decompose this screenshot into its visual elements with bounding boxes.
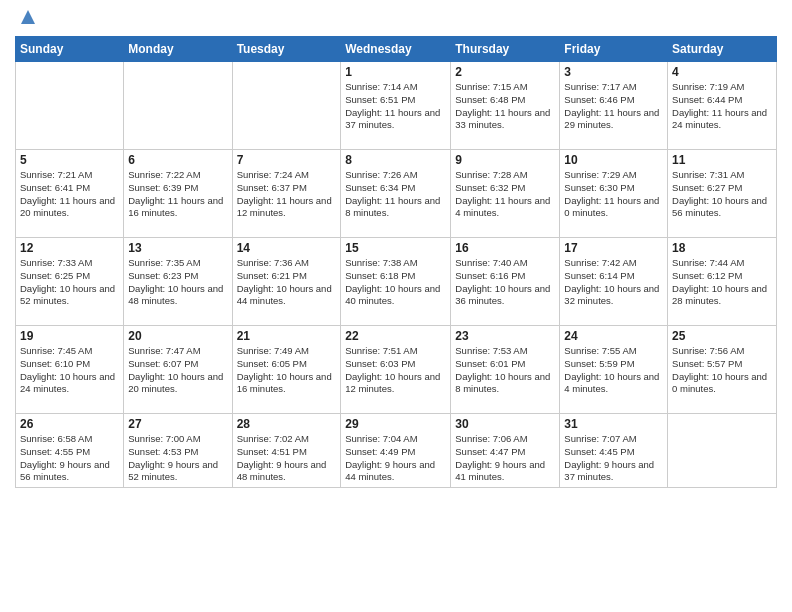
day-number: 8 <box>345 153 446 167</box>
day-info: Sunrise: 7:38 AM Sunset: 6:18 PM Dayligh… <box>345 257 446 308</box>
day-info: Sunrise: 7:19 AM Sunset: 6:44 PM Dayligh… <box>672 81 772 132</box>
week-row-2: 5Sunrise: 7:21 AM Sunset: 6:41 PM Daylig… <box>16 150 777 238</box>
day-info: Sunrise: 7:00 AM Sunset: 4:53 PM Dayligh… <box>128 433 227 484</box>
week-row-4: 19Sunrise: 7:45 AM Sunset: 6:10 PM Dayli… <box>16 326 777 414</box>
day-number: 4 <box>672 65 772 79</box>
day-number: 27 <box>128 417 227 431</box>
calendar-cell: 25Sunrise: 7:56 AM Sunset: 5:57 PM Dayli… <box>668 326 777 414</box>
day-info: Sunrise: 7:56 AM Sunset: 5:57 PM Dayligh… <box>672 345 772 396</box>
day-number: 25 <box>672 329 772 343</box>
day-number: 31 <box>564 417 663 431</box>
day-number: 20 <box>128 329 227 343</box>
calendar-cell: 12Sunrise: 7:33 AM Sunset: 6:25 PM Dayli… <box>16 238 124 326</box>
calendar-cell: 13Sunrise: 7:35 AM Sunset: 6:23 PM Dayli… <box>124 238 232 326</box>
day-info: Sunrise: 7:40 AM Sunset: 6:16 PM Dayligh… <box>455 257 555 308</box>
calendar-cell: 24Sunrise: 7:55 AM Sunset: 5:59 PM Dayli… <box>560 326 668 414</box>
day-number: 28 <box>237 417 337 431</box>
day-info: Sunrise: 7:04 AM Sunset: 4:49 PM Dayligh… <box>345 433 446 484</box>
day-info: Sunrise: 7:47 AM Sunset: 6:07 PM Dayligh… <box>128 345 227 396</box>
calendar-cell: 31Sunrise: 7:07 AM Sunset: 4:45 PM Dayli… <box>560 414 668 488</box>
calendar-cell: 10Sunrise: 7:29 AM Sunset: 6:30 PM Dayli… <box>560 150 668 238</box>
calendar-cell: 19Sunrise: 7:45 AM Sunset: 6:10 PM Dayli… <box>16 326 124 414</box>
day-number: 3 <box>564 65 663 79</box>
day-number: 2 <box>455 65 555 79</box>
header <box>15 10 777 28</box>
day-number: 23 <box>455 329 555 343</box>
day-number: 1 <box>345 65 446 79</box>
calendar-cell: 15Sunrise: 7:38 AM Sunset: 6:18 PM Dayli… <box>341 238 451 326</box>
col-header-sunday: Sunday <box>16 37 124 62</box>
day-number: 11 <box>672 153 772 167</box>
day-info: Sunrise: 7:35 AM Sunset: 6:23 PM Dayligh… <box>128 257 227 308</box>
calendar-cell: 30Sunrise: 7:06 AM Sunset: 4:47 PM Dayli… <box>451 414 560 488</box>
calendar-cell: 28Sunrise: 7:02 AM Sunset: 4:51 PM Dayli… <box>232 414 341 488</box>
day-info: Sunrise: 7:26 AM Sunset: 6:34 PM Dayligh… <box>345 169 446 220</box>
day-number: 17 <box>564 241 663 255</box>
logo <box>15 10 39 28</box>
calendar-cell: 9Sunrise: 7:28 AM Sunset: 6:32 PM Daylig… <box>451 150 560 238</box>
day-number: 16 <box>455 241 555 255</box>
day-info: Sunrise: 7:22 AM Sunset: 6:39 PM Dayligh… <box>128 169 227 220</box>
calendar-cell: 5Sunrise: 7:21 AM Sunset: 6:41 PM Daylig… <box>16 150 124 238</box>
day-info: Sunrise: 7:33 AM Sunset: 6:25 PM Dayligh… <box>20 257 119 308</box>
day-info: Sunrise: 7:02 AM Sunset: 4:51 PM Dayligh… <box>237 433 337 484</box>
col-header-thursday: Thursday <box>451 37 560 62</box>
calendar-header-row: SundayMondayTuesdayWednesdayThursdayFrid… <box>16 37 777 62</box>
calendar-cell: 8Sunrise: 7:26 AM Sunset: 6:34 PM Daylig… <box>341 150 451 238</box>
week-row-1: 1Sunrise: 7:14 AM Sunset: 6:51 PM Daylig… <box>16 62 777 150</box>
calendar-cell: 16Sunrise: 7:40 AM Sunset: 6:16 PM Dayli… <box>451 238 560 326</box>
calendar-cell: 23Sunrise: 7:53 AM Sunset: 6:01 PM Dayli… <box>451 326 560 414</box>
col-header-saturday: Saturday <box>668 37 777 62</box>
col-header-tuesday: Tuesday <box>232 37 341 62</box>
logo-icon <box>17 6 39 28</box>
calendar-cell: 22Sunrise: 7:51 AM Sunset: 6:03 PM Dayli… <box>341 326 451 414</box>
calendar-cell: 29Sunrise: 7:04 AM Sunset: 4:49 PM Dayli… <box>341 414 451 488</box>
day-number: 15 <box>345 241 446 255</box>
day-info: Sunrise: 7:53 AM Sunset: 6:01 PM Dayligh… <box>455 345 555 396</box>
day-info: Sunrise: 7:21 AM Sunset: 6:41 PM Dayligh… <box>20 169 119 220</box>
day-info: Sunrise: 6:58 AM Sunset: 4:55 PM Dayligh… <box>20 433 119 484</box>
day-info: Sunrise: 7:42 AM Sunset: 6:14 PM Dayligh… <box>564 257 663 308</box>
calendar-cell: 18Sunrise: 7:44 AM Sunset: 6:12 PM Dayli… <box>668 238 777 326</box>
calendar-cell: 21Sunrise: 7:49 AM Sunset: 6:05 PM Dayli… <box>232 326 341 414</box>
calendar-cell: 1Sunrise: 7:14 AM Sunset: 6:51 PM Daylig… <box>341 62 451 150</box>
calendar-cell: 11Sunrise: 7:31 AM Sunset: 6:27 PM Dayli… <box>668 150 777 238</box>
day-info: Sunrise: 7:36 AM Sunset: 6:21 PM Dayligh… <box>237 257 337 308</box>
day-number: 22 <box>345 329 446 343</box>
day-number: 24 <box>564 329 663 343</box>
day-info: Sunrise: 7:14 AM Sunset: 6:51 PM Dayligh… <box>345 81 446 132</box>
day-info: Sunrise: 7:28 AM Sunset: 6:32 PM Dayligh… <box>455 169 555 220</box>
calendar-cell: 17Sunrise: 7:42 AM Sunset: 6:14 PM Dayli… <box>560 238 668 326</box>
day-info: Sunrise: 7:45 AM Sunset: 6:10 PM Dayligh… <box>20 345 119 396</box>
day-info: Sunrise: 7:15 AM Sunset: 6:48 PM Dayligh… <box>455 81 555 132</box>
day-number: 13 <box>128 241 227 255</box>
calendar-cell: 2Sunrise: 7:15 AM Sunset: 6:48 PM Daylig… <box>451 62 560 150</box>
week-row-3: 12Sunrise: 7:33 AM Sunset: 6:25 PM Dayli… <box>16 238 777 326</box>
day-number: 19 <box>20 329 119 343</box>
day-number: 30 <box>455 417 555 431</box>
week-row-5: 26Sunrise: 6:58 AM Sunset: 4:55 PM Dayli… <box>16 414 777 488</box>
col-header-monday: Monday <box>124 37 232 62</box>
svg-marker-0 <box>21 10 35 24</box>
day-number: 18 <box>672 241 772 255</box>
day-number: 9 <box>455 153 555 167</box>
calendar-cell: 20Sunrise: 7:47 AM Sunset: 6:07 PM Dayli… <box>124 326 232 414</box>
day-number: 21 <box>237 329 337 343</box>
day-info: Sunrise: 7:55 AM Sunset: 5:59 PM Dayligh… <box>564 345 663 396</box>
calendar-cell <box>668 414 777 488</box>
day-info: Sunrise: 7:07 AM Sunset: 4:45 PM Dayligh… <box>564 433 663 484</box>
day-info: Sunrise: 7:24 AM Sunset: 6:37 PM Dayligh… <box>237 169 337 220</box>
day-number: 29 <box>345 417 446 431</box>
calendar-cell: 14Sunrise: 7:36 AM Sunset: 6:21 PM Dayli… <box>232 238 341 326</box>
calendar-cell <box>232 62 341 150</box>
day-number: 14 <box>237 241 337 255</box>
calendar-cell: 4Sunrise: 7:19 AM Sunset: 6:44 PM Daylig… <box>668 62 777 150</box>
calendar-cell <box>16 62 124 150</box>
calendar-cell <box>124 62 232 150</box>
calendar-cell: 7Sunrise: 7:24 AM Sunset: 6:37 PM Daylig… <box>232 150 341 238</box>
day-info: Sunrise: 7:06 AM Sunset: 4:47 PM Dayligh… <box>455 433 555 484</box>
day-info: Sunrise: 7:49 AM Sunset: 6:05 PM Dayligh… <box>237 345 337 396</box>
calendar-cell: 27Sunrise: 7:00 AM Sunset: 4:53 PM Dayli… <box>124 414 232 488</box>
day-number: 6 <box>128 153 227 167</box>
col-header-friday: Friday <box>560 37 668 62</box>
